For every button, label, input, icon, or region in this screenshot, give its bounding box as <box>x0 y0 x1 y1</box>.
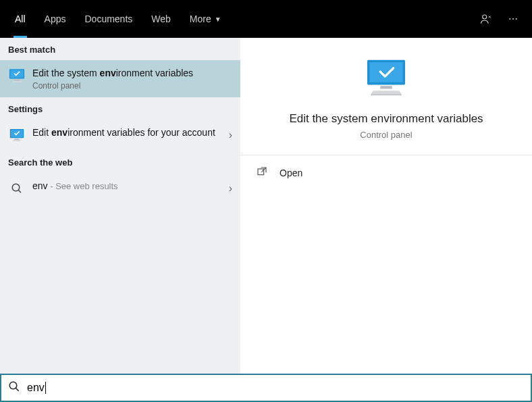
result-edit-system-env-vars[interactable]: Edit the system environment variables Co… <box>0 60 240 97</box>
monitor-icon <box>8 67 26 84</box>
search-bar[interactable]: env <box>0 374 532 402</box>
result-text: env - See web results <box>32 180 229 193</box>
result-subtitle: Control panel <box>32 81 232 91</box>
detail-subtitle: Control panel <box>360 130 412 140</box>
svg-point-2 <box>512 18 514 20</box>
tab-more-label: More <box>190 14 211 24</box>
open-action[interactable]: Open <box>240 155 532 190</box>
tab-apps[interactable]: Apps <box>35 0 76 38</box>
svg-rect-6 <box>14 80 20 81</box>
svg-point-3 <box>516 18 517 20</box>
svg-rect-17 <box>371 94 402 95</box>
search-header: All Apps Documents Web More ▼ <box>0 0 532 38</box>
svg-rect-11 <box>13 140 21 141</box>
svg-rect-15 <box>370 62 403 82</box>
detail-title: Edit the system environment variables <box>289 112 483 126</box>
svg-line-13 <box>18 190 21 193</box>
filter-tabs: All Apps Documents Web More ▼ <box>5 0 231 38</box>
tab-more[interactable]: More ▼ <box>180 0 231 38</box>
search-icon <box>8 380 20 395</box>
svg-rect-16 <box>380 86 392 89</box>
svg-point-12 <box>12 184 20 191</box>
search-input[interactable]: env <box>27 382 46 395</box>
detail-header: Edit the system environment variables Co… <box>240 38 532 155</box>
open-label: Open <box>280 168 302 178</box>
tab-web[interactable]: Web <box>142 0 180 38</box>
more-options-icon[interactable] <box>500 5 527 32</box>
svg-point-1 <box>509 18 510 20</box>
svg-rect-18 <box>258 169 264 175</box>
monitor-icon <box>363 57 410 100</box>
open-icon <box>257 166 270 179</box>
result-text: Edit environment variables for your acco… <box>32 126 229 139</box>
results-panel: Best match Edit the system environment v… <box>0 38 240 374</box>
svg-rect-10 <box>14 139 19 140</box>
settings-header: Settings <box>0 97 240 120</box>
result-web-search[interactable]: env - See web results › <box>0 173 240 204</box>
detail-panel: Edit the system environment variables Co… <box>240 38 532 374</box>
tab-all[interactable]: All <box>5 0 35 38</box>
chevron-right-icon: › <box>229 129 232 141</box>
svg-point-0 <box>483 15 487 19</box>
svg-point-19 <box>9 382 17 389</box>
monitor-icon <box>8 126 26 144</box>
best-match-header: Best match <box>0 38 240 60</box>
svg-line-20 <box>16 388 19 391</box>
search-web-header: Search the web <box>0 151 240 173</box>
search-icon <box>8 180 26 197</box>
chevron-right-icon: › <box>229 182 232 195</box>
result-text: Edit the system environment variables Co… <box>32 67 232 91</box>
text-cursor <box>45 382 46 394</box>
tab-documents[interactable]: Documents <box>75 0 142 38</box>
svg-rect-7 <box>13 81 22 82</box>
result-edit-user-env-vars[interactable]: Edit environment variables for your acco… <box>0 120 240 151</box>
chevron-down-icon: ▼ <box>215 16 221 23</box>
feedback-icon[interactable] <box>473 5 500 32</box>
